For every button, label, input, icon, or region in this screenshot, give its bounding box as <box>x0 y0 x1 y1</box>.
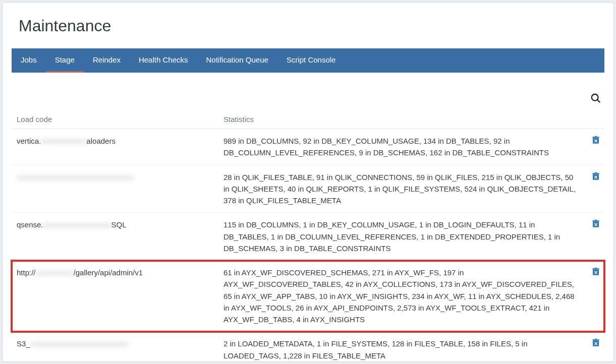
load-code-redacted: xxxxxxxxxxxxxxxxxxxxxxxxxxxxxxx <box>17 171 134 183</box>
stats-cell: 989 in DB_COLUMNS, 92 in DB_KEY_COLUMN_U… <box>218 129 586 165</box>
actions-cell <box>586 213 604 261</box>
load-code-suffix: SQL <box>111 220 127 229</box>
tabs-bar: Jobs Stage Reindex Health Checks Notific… <box>12 48 604 73</box>
load-code-prefix: vertica. <box>17 137 41 145</box>
table-row: vertica.xxxxxxxxxxxxaloaders989 in DB_CO… <box>12 129 604 165</box>
table-row: S3_xxxxxxxxxxxxxxxxxxxxxxxxxx2 in LOADED… <box>12 332 604 364</box>
actions-cell <box>586 332 604 364</box>
svg-rect-4 <box>595 136 597 137</box>
load-code-redacted: xxxxxxxxxxxxxxxxxx <box>43 219 111 230</box>
delete-icon[interactable] <box>591 267 600 277</box>
col-loadcode: Load code <box>12 111 218 129</box>
delete-icon[interactable] <box>591 338 600 348</box>
stats-cell: 28 in QLIK_FILES_TABLE, 91 in QLIK_CONNE… <box>218 165 586 213</box>
table-row: qsense.xxxxxxxxxxxxxxxxxxSQL115 in DB_CO… <box>12 213 604 261</box>
load-code-redacted: xxxxxxxxxxxxxxxxxxxxxxxxxx <box>30 338 129 349</box>
load-code-prefix: S3_ <box>17 339 30 348</box>
tab-script-console[interactable]: Script Console <box>277 48 345 73</box>
table-row: xxxxxxxxxxxxxxxxxxxxxxxxxxxxxxx28 in QLI… <box>12 165 604 213</box>
svg-rect-7 <box>595 172 597 173</box>
tab-notification-queue[interactable]: Notification Queue <box>197 48 277 73</box>
svg-rect-3 <box>592 137 599 138</box>
search-icon[interactable] <box>590 93 601 104</box>
svg-rect-13 <box>595 268 597 269</box>
tab-health-checks[interactable]: Health Checks <box>130 48 197 73</box>
stats-cell: 61 in AYX_WF_DISCOVERED_SCHEMAS, 271 in … <box>218 261 586 332</box>
actions-cell <box>586 129 604 165</box>
svg-rect-16 <box>595 339 597 340</box>
col-actions <box>586 111 604 129</box>
load-code-cell: vertica.xxxxxxxxxxxxaloaders <box>12 129 218 165</box>
load-code-redacted: xxxxxxxxxx <box>36 267 74 278</box>
col-stats: Statistics <box>218 111 586 129</box>
load-code-cell: qsense.xxxxxxxxxxxxxxxxxxSQL <box>12 213 218 261</box>
load-code-prefix: http:// <box>17 268 36 277</box>
tab-stage[interactable]: Stage <box>46 48 84 73</box>
actions-cell <box>586 165 604 213</box>
delete-icon[interactable] <box>591 135 600 145</box>
svg-rect-9 <box>592 221 599 222</box>
svg-line-1 <box>597 100 600 102</box>
svg-rect-15 <box>592 340 599 341</box>
table-row: http://xxxxxxxxxx/gallery/api/admin/v161… <box>12 261 604 332</box>
tab-jobs[interactable]: Jobs <box>12 48 46 73</box>
load-code-cell: S3_xxxxxxxxxxxxxxxxxxxxxxxxxx <box>12 332 218 364</box>
actions-cell <box>586 261 604 332</box>
stats-cell: 115 in DB_COLUMNS, 1 in DB_KEY_COLUMN_US… <box>218 213 586 261</box>
load-code-prefix: qsense. <box>17 220 43 229</box>
stage-table: Load code Statistics vertica.xxxxxxxxxxx… <box>12 111 604 364</box>
load-code-cell: xxxxxxxxxxxxxxxxxxxxxxxxxxxxxxx <box>12 165 218 213</box>
load-code-cell: http://xxxxxxxxxx/gallery/api/admin/v1 <box>12 261 218 332</box>
load-code-suffix: aloaders <box>86 137 116 145</box>
stats-cell: 2 in LOADED_METADATA, 1 in FILE_SYSTEMS,… <box>218 332 586 364</box>
delete-icon[interactable] <box>591 171 600 181</box>
page-title: Maintenance <box>19 17 597 35</box>
svg-rect-12 <box>592 268 599 269</box>
svg-point-0 <box>592 94 598 101</box>
svg-rect-6 <box>592 173 599 174</box>
load-code-redacted: xxxxxxxxxxxx <box>41 135 86 147</box>
delete-icon[interactable] <box>591 219 600 229</box>
tab-reindex[interactable]: Reindex <box>84 48 130 73</box>
load-code-suffix: /gallery/api/admin/v1 <box>74 268 143 277</box>
svg-rect-10 <box>595 220 597 221</box>
